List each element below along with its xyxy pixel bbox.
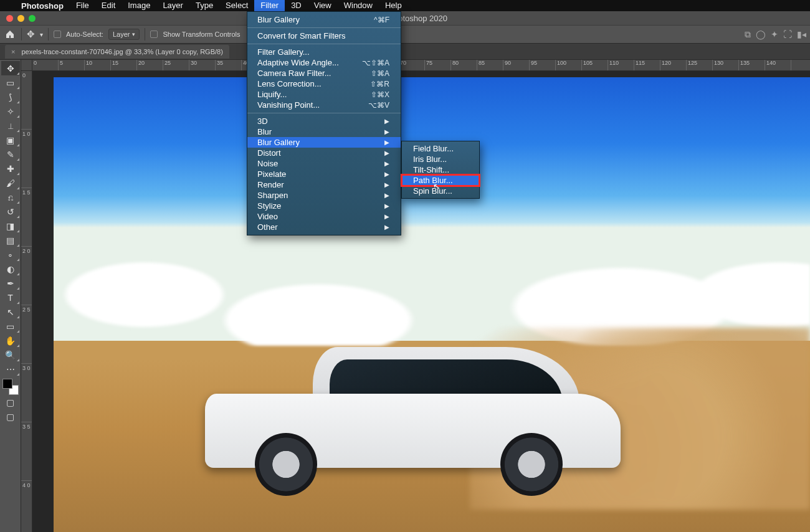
menu-item-distort[interactable]: Distort▶ bbox=[247, 148, 401, 158]
menu-3d[interactable]: 3D bbox=[285, 0, 308, 11]
3d-icon[interactable]: ✦ bbox=[771, 29, 778, 39]
menu-item-convert-for-smart-filters[interactable]: Convert for Smart Filters bbox=[247, 31, 401, 41]
menu-item-blur-gallery[interactable]: Blur Gallery^⌘F bbox=[247, 14, 401, 25]
menu-layer[interactable]: Layer bbox=[156, 0, 189, 11]
menu-item-video[interactable]: Video▶ bbox=[247, 211, 401, 222]
home-button[interactable] bbox=[4, 28, 16, 40]
tool-crop[interactable]: ⟂ bbox=[1, 118, 20, 133]
tool-marquee[interactable]: ▭ bbox=[1, 75, 20, 90]
menu-view[interactable]: View bbox=[308, 0, 338, 11]
menu-item-adaptive-wide-angle[interactable]: Adaptive Wide Angle...⌥⇧⌘A bbox=[247, 57, 401, 68]
app-name[interactable]: Photoshop bbox=[15, 1, 70, 11]
tool-blur[interactable]: ∘ bbox=[1, 247, 20, 262]
tool-eyedrop[interactable]: ✎ bbox=[1, 147, 20, 161]
tool-dodge[interactable]: ◐ bbox=[1, 262, 20, 276]
options-bar: ✥ ▾ Auto-Select: Layer▾ Show Transform C… bbox=[0, 25, 810, 44]
menu-edit[interactable]: Edit bbox=[95, 0, 122, 11]
close-tab-icon[interactable]: × bbox=[11, 48, 15, 55]
tool-shape[interactable]: ▭ bbox=[1, 319, 20, 333]
submenu-item-field-blur[interactable]: Field Blur... bbox=[402, 143, 479, 154]
menu-item-blur[interactable]: Blur▶ bbox=[247, 126, 401, 137]
auto-select-label: Auto-Select: bbox=[66, 31, 103, 38]
menu-item-sharpen[interactable]: Sharpen▶ bbox=[247, 190, 401, 201]
submenu-item-tilt-shift[interactable]: Tilt-Shift... bbox=[402, 164, 479, 175]
menu-item-render[interactable]: Render▶ bbox=[247, 179, 401, 190]
filter-menu: Blur Gallery^⌘FConvert for Smart Filters… bbox=[247, 11, 401, 235]
document-tabs: × pexels-trace-constant-707046.jpg @ 33,… bbox=[0, 44, 810, 60]
tool-path[interactable]: ↖ bbox=[1, 305, 20, 319]
camera-icon[interactable]: ▮◂ bbox=[797, 29, 806, 39]
menu-image[interactable]: Image bbox=[122, 0, 156, 11]
tool-stamp[interactable]: ⎌ bbox=[1, 190, 20, 204]
submenu-item-spin-blur[interactable]: Spin Blur... bbox=[402, 186, 479, 196]
align-icon[interactable]: ⧉ bbox=[745, 29, 751, 40]
menu-item-vanishing-point[interactable]: Vanishing Point...⌥⌘V bbox=[247, 100, 401, 110]
tool-magic[interactable]: ✧ bbox=[1, 104, 20, 118]
blur-gallery-submenu: Field Blur...Iris Blur...Tilt-Shift...Pa… bbox=[401, 141, 480, 199]
menu-item-filter-gallery[interactable]: Filter Gallery... bbox=[247, 47, 401, 57]
tool-screen-mode[interactable]: ▢ bbox=[1, 409, 20, 424]
window-titlebar: Adobe Photoshop 2020 bbox=[0, 11, 810, 25]
menu-item-blur-gallery[interactable]: Blur Gallery▶ bbox=[247, 137, 401, 148]
tool-hand[interactable]: ✋ bbox=[1, 333, 20, 348]
show-transform-checkbox[interactable] bbox=[150, 31, 158, 38]
menu-filter[interactable]: Filter bbox=[254, 0, 285, 11]
canvas-area[interactable] bbox=[32, 71, 810, 532]
menu-select[interactable]: Select bbox=[219, 0, 254, 11]
os-menubar: Photoshop FileEditImageLayerTypeSelectFi… bbox=[0, 0, 810, 11]
tools-panel: ✥▭⟆✧⟂▣✎✚🖌⎌↺◨▤∘◐✒T↖▭✋🔍⋯▢▢ bbox=[0, 60, 21, 532]
menu-item-noise[interactable]: Noise▶ bbox=[247, 158, 401, 169]
tool-eraser[interactable]: ◨ bbox=[1, 219, 20, 233]
window-title: Adobe Photoshop 2020 bbox=[0, 14, 810, 23]
tool-frame[interactable]: ▣ bbox=[1, 133, 20, 147]
move-tool-icon: ✥ bbox=[27, 29, 35, 40]
tool-brush[interactable]: 🖌 bbox=[1, 176, 20, 190]
ruler-horizontal: 0510152025303540455055606570758085909510… bbox=[21, 60, 810, 71]
menu-item-stylize[interactable]: Stylize▶ bbox=[247, 201, 401, 211]
auto-select-target[interactable]: Layer▾ bbox=[108, 29, 140, 40]
menu-item-camera-raw-filter[interactable]: Camera Raw Filter...⇧⌘A bbox=[247, 68, 401, 78]
submenu-item-path-blur[interactable]: Path Blur... bbox=[402, 175, 479, 186]
menu-item-3d[interactable]: 3D▶ bbox=[247, 116, 401, 126]
color-swatches[interactable] bbox=[2, 379, 19, 395]
tool-pen[interactable]: ✒ bbox=[1, 276, 20, 290]
home-icon bbox=[5, 29, 15, 39]
menu-file[interactable]: File bbox=[70, 0, 95, 11]
menu-type[interactable]: Type bbox=[189, 0, 219, 11]
tool-quick-mask[interactable]: ▢ bbox=[1, 395, 20, 409]
transform-icon[interactable]: ⛶ bbox=[783, 29, 792, 39]
show-transform-label: Show Transform Controls bbox=[163, 31, 240, 38]
tool-lasso[interactable]: ⟆ bbox=[1, 90, 20, 104]
ruler-vertical: 01 01 52 02 53 03 54 04 55 05 56 06 57 0… bbox=[21, 71, 32, 532]
tool-zoom[interactable]: 🔍 bbox=[1, 348, 20, 362]
document-tab[interactable]: × pexels-trace-constant-707046.jpg @ 33,… bbox=[5, 45, 229, 59]
auto-select-checkbox[interactable] bbox=[54, 31, 61, 38]
tool-history[interactable]: ↺ bbox=[1, 204, 20, 219]
tool-type[interactable]: T bbox=[1, 290, 20, 305]
document-tab-label: pexels-trace-constant-707046.jpg @ 33,3%… bbox=[21, 48, 222, 55]
tool-patch[interactable]: ✚ bbox=[1, 161, 20, 176]
tool-gradient[interactable]: ▤ bbox=[1, 233, 20, 247]
menu-item-other[interactable]: Other▶ bbox=[247, 222, 401, 232]
menu-item-pixelate[interactable]: Pixelate▶ bbox=[247, 169, 401, 179]
menu-item-lens-correction[interactable]: Lens Correction...⇧⌘R bbox=[247, 78, 401, 89]
mask-icon[interactable]: ◯ bbox=[756, 29, 766, 39]
menu-window[interactable]: Window bbox=[338, 0, 379, 11]
tool-more[interactable]: ⋯ bbox=[1, 362, 20, 376]
menu-item-liquify[interactable]: Liquify...⇧⌘X bbox=[247, 89, 401, 100]
tool-move[interactable]: ✥ bbox=[1, 61, 20, 75]
menu-help[interactable]: Help bbox=[379, 0, 408, 11]
submenu-item-iris-blur[interactable]: Iris Blur... bbox=[402, 154, 479, 164]
